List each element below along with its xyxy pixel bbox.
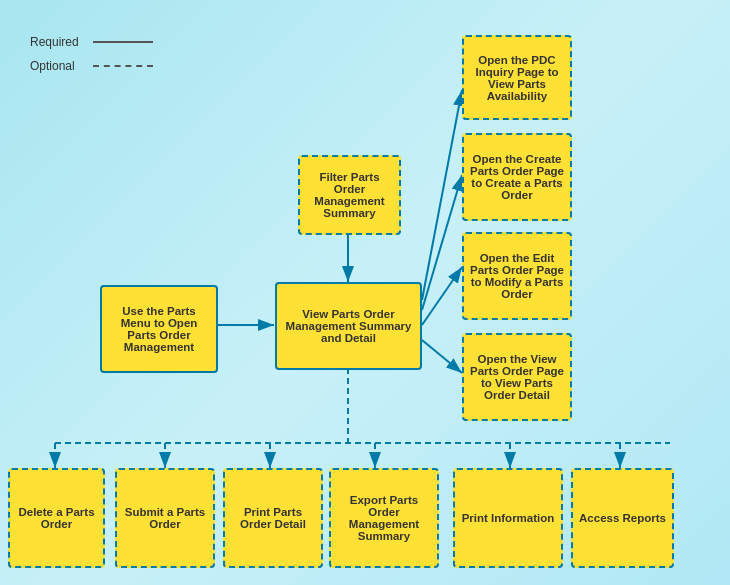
open-pdc-box: Open the PDC Inquiry Page to View Parts … xyxy=(462,35,572,120)
export-box: Export Parts Order Management Summary xyxy=(329,468,439,568)
use-parts-menu-box: Use the Parts Menu to Open Parts Order M… xyxy=(100,285,218,373)
filter-parts-box: Filter Parts Order Management Summary xyxy=(298,155,401,235)
print-info-box: Print Information xyxy=(453,468,563,568)
view-parts-box: View Parts Order Management Summary and … xyxy=(275,282,422,370)
open-create-box: Open the Create Parts Order Page to Crea… xyxy=(462,133,572,221)
legend-required: Required xyxy=(30,35,153,49)
submit-box: Submit a Parts Order xyxy=(115,468,215,568)
svg-line-4 xyxy=(422,90,462,300)
svg-line-6 xyxy=(422,267,462,325)
required-line xyxy=(93,41,153,43)
open-view-box: Open the View Parts Order Page to View P… xyxy=(462,333,572,421)
optional-line xyxy=(93,65,153,67)
required-label: Required xyxy=(30,35,85,49)
print-detail-box: Print Parts Order Detail xyxy=(223,468,323,568)
open-edit-box: Open the Edit Parts Order Page to Modify… xyxy=(462,232,572,320)
delete-box: Delete a Parts Order xyxy=(8,468,105,568)
access-reports-box: Access Reports xyxy=(571,468,674,568)
legend: Required Optional xyxy=(30,35,153,83)
svg-line-5 xyxy=(422,175,462,310)
optional-label: Optional xyxy=(30,59,85,73)
diagram-container: Required Optional xyxy=(0,0,730,585)
svg-line-7 xyxy=(422,340,462,373)
legend-optional: Optional xyxy=(30,59,153,73)
